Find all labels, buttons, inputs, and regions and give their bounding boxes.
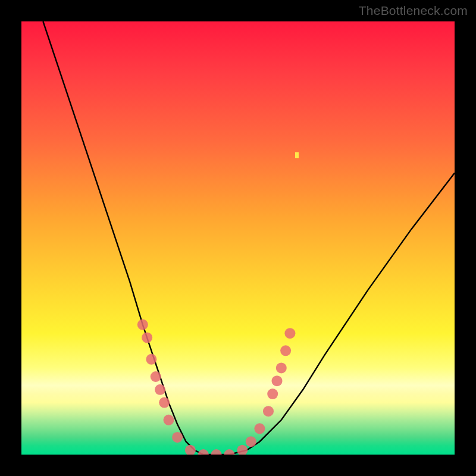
- dot: [185, 445, 196, 455]
- dot: [198, 449, 209, 455]
- dot: [137, 320, 148, 330]
- marker-tick: [295, 152, 299, 158]
- dot: [237, 445, 248, 455]
- watermark-text: TheBottleneck.com: [359, 4, 468, 18]
- dot: [272, 375, 283, 386]
- dot: [142, 332, 152, 343]
- dot: [280, 345, 291, 356]
- dot: [159, 397, 170, 408]
- bottleneck-curve: [43, 21, 455, 455]
- chart-svg: [21, 21, 455, 455]
- dot: [211, 449, 222, 455]
- dot: [284, 328, 295, 339]
- dot: [164, 415, 174, 425]
- dot: [224, 449, 234, 455]
- dot: [172, 432, 183, 443]
- plot-area: [21, 21, 455, 455]
- highlight-dots: [137, 320, 296, 455]
- dot: [263, 406, 274, 416]
- dot: [267, 389, 278, 399]
- dot: [276, 362, 287, 373]
- chart-frame: TheBottleneck.com: [0, 0, 476, 476]
- dot: [155, 384, 165, 395]
- dot: [254, 423, 265, 434]
- dot: [146, 354, 156, 365]
- dot: [151, 371, 161, 382]
- dot: [246, 436, 256, 447]
